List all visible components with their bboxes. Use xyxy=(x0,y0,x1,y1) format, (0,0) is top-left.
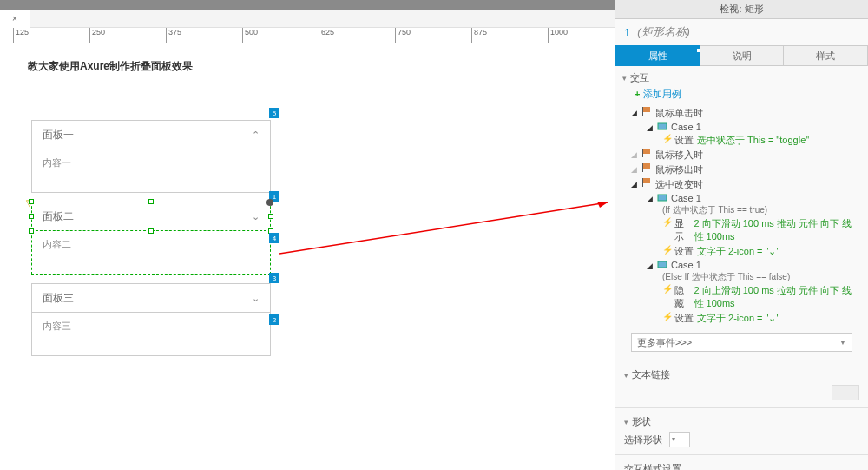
note-badge[interactable]: 2 xyxy=(269,314,279,325)
ruler-tick: 250 xyxy=(89,28,105,43)
action-detail: 选中状态于 This = "toggle" xyxy=(697,134,809,147)
event-label: 鼠标移出时 xyxy=(655,163,703,176)
action-detail: 2 向上滑动 100 ms 拉动 元件 向下 线性 100ms xyxy=(694,284,861,310)
design-canvas[interactable]: 教大家使用Axure制作折叠面板效果 5 面板一 ⌃ 内容一 ▽ 1 面板二 ⌄ xyxy=(0,43,615,470)
resize-handle[interactable] xyxy=(29,199,34,204)
event-case[interactable]: ◢ Case 1 xyxy=(647,192,861,204)
event-icon xyxy=(641,163,652,172)
event-on-selected-change[interactable]: ◢ 选中改变时 xyxy=(631,177,861,192)
bolt-icon: ⚡ xyxy=(662,217,671,227)
more-events-dropdown[interactable]: 更多事件>>> ▼ xyxy=(631,333,852,352)
inspector-panel: 检视: 矩形 1 (矩形名称) 属性 说明 样式 ▾ 交互 +添加用例 ◢ 鼠标… xyxy=(615,0,868,470)
accordion-stack: 5 面板一 ⌃ 内容一 ▽ 1 面板二 ⌄ 4 xyxy=(31,120,271,356)
text-link-button[interactable] xyxy=(832,385,859,400)
section-label: 文本链接 xyxy=(632,368,670,381)
event-tree: ◢ 鼠标单击时 ◢ Case 1 ⚡ 设置 选中状态于 This = "togg… xyxy=(631,106,861,326)
resize-handle[interactable] xyxy=(29,214,34,219)
panel-header-label: 面板二 xyxy=(43,209,74,224)
svg-rect-12 xyxy=(658,261,667,268)
select-shape-label: 选择形状 xyxy=(624,434,662,447)
section-interactions[interactable]: ▾ 交互 xyxy=(622,71,861,84)
section-label: 交互 xyxy=(630,71,649,84)
event-action[interactable]: ⚡ 隐藏 2 向上滑动 100 ms 拉动 元件 向下 线性 100ms xyxy=(662,283,861,311)
note-badge[interactable]: 5 xyxy=(269,108,279,118)
chevron-up-icon: ⌃ xyxy=(252,129,260,141)
event-icon xyxy=(641,178,652,187)
case-condition: (If 选中状态于 This == true) xyxy=(662,204,861,216)
tab-style[interactable]: 样式 xyxy=(784,45,868,66)
chevron-down-icon: ⌄ xyxy=(252,211,260,222)
case-icon xyxy=(657,260,667,270)
resize-handle[interactable] xyxy=(29,228,34,234)
widget-name-row: 1 (矩形名称) xyxy=(615,19,868,45)
event-icon xyxy=(641,149,652,157)
svg-line-0 xyxy=(279,202,608,254)
event-on-mouse-leave[interactable]: ◢ 鼠标移出时 xyxy=(631,162,861,177)
more-events-label: 更多事件>>> xyxy=(637,336,692,349)
action-verb: 设置 xyxy=(674,245,694,258)
tab-notes[interactable]: 说明 xyxy=(700,45,785,66)
svg-rect-11 xyxy=(658,195,667,201)
triangle-icon: ◢ xyxy=(631,149,638,159)
section-text-link[interactable]: ▾ 文本链接 xyxy=(624,368,859,381)
note-badge[interactable]: 3 xyxy=(269,273,279,283)
ruler-tick: 750 xyxy=(395,28,411,43)
inspector-tabs: 属性 说明 样式 xyxy=(615,45,868,66)
plus-icon: + xyxy=(635,89,640,99)
selection-count: 1 xyxy=(624,26,630,39)
action-detail: 2 向下滑动 100 ms 推动 元件 向下 线性 100ms xyxy=(694,217,861,243)
panel-header-1[interactable]: 面板一 ⌃ xyxy=(31,120,271,149)
ruler-tick: 375 xyxy=(166,28,181,43)
resize-handle[interactable] xyxy=(148,199,154,204)
chevron-down-icon: ▼ xyxy=(839,339,846,347)
horizontal-ruler: 125 250 375 500 625 750 875 1000 xyxy=(0,28,615,43)
section-label: 交互样式设置 xyxy=(624,462,681,470)
section-label: 形状 xyxy=(632,415,651,428)
resize-handle[interactable] xyxy=(148,228,154,234)
resize-handle[interactable] xyxy=(268,214,273,219)
tab-properties[interactable]: 属性 xyxy=(615,45,700,66)
add-case-link[interactable]: +添加用例 xyxy=(635,88,861,101)
case-label: Case 1 xyxy=(671,122,701,132)
triangle-icon: ◢ xyxy=(647,122,654,132)
action-verb: 设置 xyxy=(674,134,694,147)
bolt-icon: ⚡ xyxy=(662,312,671,321)
panel-header-2[interactable]: 面板二 ⌄ xyxy=(31,202,271,231)
bolt-icon: ⚡ xyxy=(662,245,671,255)
triangle-icon: ◢ xyxy=(631,107,638,117)
triangle-icon: ◢ xyxy=(631,178,638,189)
event-action[interactable]: ⚡ 设置 文字于 2-icon = "⌄" xyxy=(662,311,861,326)
chevron-down-icon: ▾ xyxy=(624,371,628,380)
event-on-mouse-enter[interactable]: ◢ 鼠标移入时 xyxy=(631,148,861,162)
ruler-tick: 875 xyxy=(471,28,487,43)
panel-body-1[interactable]: 内容一 xyxy=(31,149,271,193)
event-action[interactable]: ⚡ 设置 文字于 2-icon = "⌄" xyxy=(662,244,861,259)
event-action[interactable]: ⚡ 显示 2 向下滑动 100 ms 推动 元件 向下 线性 100ms xyxy=(662,216,861,244)
event-case[interactable]: ◢ Case 1 xyxy=(647,121,861,133)
document-tab[interactable]: × xyxy=(0,10,30,28)
event-action[interactable]: ⚡ 设置 选中状态于 This = "toggle" xyxy=(662,133,861,148)
event-case[interactable]: ◢ Case 1 xyxy=(647,259,861,271)
inspector-body: ▾ 交互 +添加用例 ◢ 鼠标单击时 ◢ Case 1 ⚡ 设置 xyxy=(615,66,868,470)
case-label: Case 1 xyxy=(671,193,701,203)
event-label: 鼠标移入时 xyxy=(655,149,703,162)
shape-picker[interactable]: ▾ xyxy=(669,432,690,447)
svg-rect-9 xyxy=(642,178,643,187)
inspector-title: 检视: 矩形 xyxy=(615,0,868,19)
event-on-click[interactable]: ◢ 鼠标单击时 xyxy=(631,106,861,121)
panel-body-3[interactable]: 内容三 xyxy=(31,313,271,356)
panel-header-3[interactable]: 面板三 ⌄ xyxy=(31,283,271,313)
panel-header-label: 面板一 xyxy=(43,128,74,142)
page-title: 教大家使用Axure制作折叠面板效果 xyxy=(28,59,193,74)
widget-name-input[interactable]: (矩形名称) xyxy=(637,24,690,40)
svg-rect-3 xyxy=(643,107,650,112)
chevron-down-icon: ▾ xyxy=(624,418,628,427)
chevron-down-icon: ▾ xyxy=(672,435,675,443)
note-badge[interactable]: 4 xyxy=(269,233,279,243)
svg-rect-4 xyxy=(658,123,667,129)
section-shape[interactable]: ▾ 形状 xyxy=(624,415,859,428)
close-icon[interactable]: × xyxy=(12,14,17,23)
panel-body-2[interactable]: 内容二 xyxy=(31,231,271,275)
app-top-bar xyxy=(0,0,615,10)
rotate-handle[interactable] xyxy=(266,199,273,206)
